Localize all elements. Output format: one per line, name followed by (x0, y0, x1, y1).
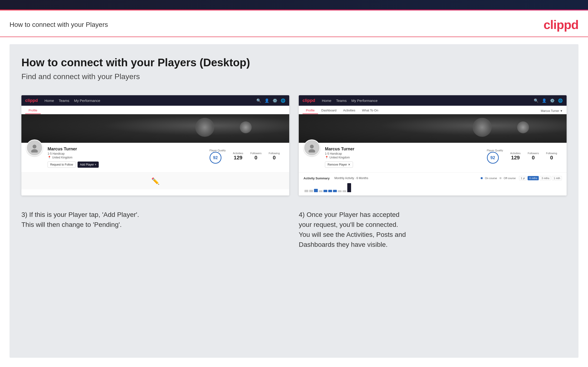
right-profile-country: 📍 United Kingdom (325, 156, 477, 159)
left-nav-teams[interactable]: Teams (59, 99, 69, 103)
activity-legend: On course Off course (481, 177, 516, 180)
svg-point-3 (309, 149, 315, 152)
add-player-button[interactable]: Add Player + (78, 161, 99, 168)
right-quality-circle: 92 (487, 152, 499, 164)
time-btn-1yr[interactable]: 1 yr (519, 176, 527, 180)
left-profile-section: Marcus Turner 1-5 Handicap 📍 United King… (21, 143, 289, 173)
right-hero-blob-1 (473, 118, 492, 137)
user-icon[interactable]: 👤 (542, 98, 547, 103)
chart-bar-8 (338, 190, 342, 192)
right-profile-buttons: Remove Player ✕ (325, 161, 477, 168)
left-profile-name: Marcus Turner (48, 147, 200, 151)
on-course-legend (481, 177, 483, 179)
chart-bar-2 (309, 190, 313, 192)
left-quality-circle: 92 (209, 152, 221, 164)
time-btn-1mth[interactable]: 1 mth (552, 176, 562, 180)
left-nav-home[interactable]: Home (44, 99, 54, 103)
request-follow-button[interactable]: Request to Follow (48, 161, 76, 168)
left-hero-image (21, 114, 289, 143)
chart-bar-5 (323, 190, 327, 192)
right-nav-home[interactable]: Home (322, 99, 331, 103)
right-quality-stat: Player Quality 92 (487, 149, 503, 164)
main-content: How to connect with your Players (Deskto… (9, 44, 579, 358)
right-user-label: Marcus Turner ▼ (541, 109, 563, 114)
activity-period: Monthly Activity · 6 Months (334, 176, 368, 180)
screenshot-right: clippd Home Teams My Performance 🔍 👤 ⚙️ … (299, 95, 567, 195)
left-avatar (26, 139, 43, 156)
screenshots-row: clippd Home Teams My Performance 🔍 👤 ⚙️ … (21, 95, 567, 195)
chart-bar-3 (314, 189, 318, 192)
right-hero-blob-2 (517, 121, 529, 133)
page-title: How to connect with your Players (9, 21, 108, 28)
location-icon: 📍 (48, 156, 51, 159)
cursor-icon: ✏️ (151, 177, 160, 185)
left-tabs: Profile (21, 106, 289, 114)
time-btn-3mths[interactable]: 3 mths (540, 176, 551, 180)
chart-bar-4 (319, 190, 322, 192)
left-following-stat: Following 0 (269, 152, 280, 161)
search-icon[interactable]: 🔍 (534, 98, 538, 103)
right-followers-stat: Followers 0 (527, 152, 539, 161)
right-profile-section: Marcus Turner 1-5 Handicap 📍 United King… (299, 143, 567, 173)
left-nav-logo: clippd (25, 98, 38, 103)
globe-icon[interactable]: 🌐 (281, 98, 285, 103)
location-icon: 📍 (325, 156, 329, 159)
right-profile-name: Marcus Turner (325, 147, 477, 151)
right-nav-logo: clippd (303, 98, 315, 103)
hero-blob-1 (195, 118, 214, 137)
settings-icon[interactable]: ⚙️ (273, 98, 277, 103)
right-hero-image (299, 114, 567, 143)
description-left-text: 3) If this is your Player tap, 'Add Play… (21, 210, 289, 230)
settings-icon[interactable]: ⚙️ (550, 98, 555, 103)
left-tab-profile[interactable]: Profile (25, 107, 41, 114)
left-profile-country: 📍 United Kingdom (48, 156, 200, 159)
right-nav-myperformance[interactable]: My Performance (351, 99, 378, 103)
left-nav-icons: 🔍 👤 ⚙️ 🌐 (256, 98, 285, 103)
descriptions-row: 3) If this is your Player tap, 'Add Play… (21, 207, 567, 252)
activity-header: Activity Summary Monthly Activity · 6 Mo… (303, 176, 562, 180)
right-navbar: clippd Home Teams My Performance 🔍 👤 ⚙️ … (299, 95, 567, 106)
globe-icon[interactable]: 🌐 (558, 98, 563, 103)
remove-player-button[interactable]: Remove Player ✕ (325, 161, 353, 168)
right-following-stat: Following 0 (546, 152, 557, 161)
right-nav-icons: 🔍 👤 ⚙️ 🌐 (534, 98, 563, 103)
chart-bar-9 (343, 190, 346, 192)
svg-point-0 (33, 145, 36, 149)
left-bottom-area: ✏️ (21, 173, 289, 189)
activity-chart (303, 183, 562, 192)
chart-bar-10 (347, 183, 351, 192)
right-avatar (303, 139, 320, 156)
clippd-logo: clippd (544, 17, 579, 32)
left-nav-myperformance[interactable]: My Performance (74, 99, 100, 103)
description-left: 3) If this is your Player tap, 'Add Play… (21, 207, 289, 252)
left-followers-stat: Followers 0 (250, 152, 261, 161)
activity-summary: Activity Summary Monthly Activity · 6 Mo… (299, 173, 567, 195)
left-profile-info: Marcus Turner 1-5 Handicap 📍 United King… (48, 147, 200, 168)
right-activities-stat: Activities 129 (510, 152, 520, 161)
close-icon: ✕ (348, 163, 350, 166)
top-bar (0, 0, 588, 9)
right-tab-what-to-on[interactable]: What To On (359, 107, 381, 114)
left-quality-stat: Player Quality 92 (209, 149, 226, 164)
right-tab-profile[interactable]: Profile (303, 107, 318, 114)
right-nav-teams[interactable]: Teams (336, 99, 346, 103)
chart-bar-1 (304, 190, 308, 192)
right-tab-dashboard[interactable]: Dashboard (318, 107, 340, 114)
left-profile-buttons: Request to Follow Add Player + (48, 161, 200, 168)
user-icon[interactable]: 👤 (265, 98, 269, 103)
svg-point-2 (310, 145, 314, 149)
chart-bar-7 (333, 190, 337, 192)
left-profile-handicap: 1-5 Handicap (48, 152, 200, 155)
main-subtitle: Find and connect with your Players (21, 72, 567, 81)
right-stats: Player Quality 92 Activities 129 Followe… (482, 147, 562, 166)
time-btn-6mths[interactable]: 6 mths (527, 176, 539, 180)
left-stats: Player Quality 92 Activities 129 Followe… (205, 147, 285, 166)
right-profile-handicap: 1-5 Handicap (325, 152, 477, 155)
search-icon[interactable]: 🔍 (256, 98, 261, 103)
screenshot-left: clippd Home Teams My Performance 🔍 👤 ⚙️ … (21, 95, 289, 195)
right-tabs: Profile Dashboard Activities What To On … (299, 106, 567, 114)
description-right: 4) Once your Player has acceptedyour req… (299, 207, 567, 252)
right-tab-activities[interactable]: Activities (340, 107, 358, 114)
chart-bar-6 (328, 190, 332, 192)
header: How to connect with your Players clippd (0, 10, 588, 37)
